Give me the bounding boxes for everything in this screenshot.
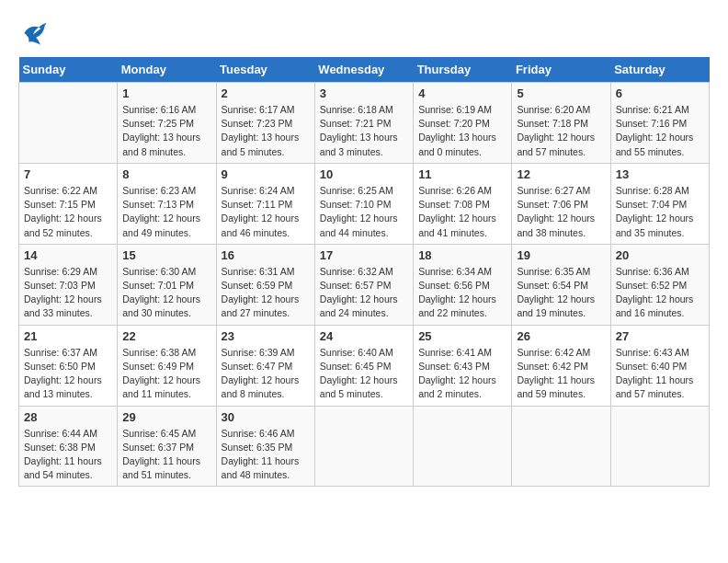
day-info: Sunrise: 6:35 AMSunset: 6:54 PMDaylight:… [517,265,605,321]
day-number: 1 [122,86,210,100]
calendar-cell: 28Sunrise: 6:44 AMSunset: 6:38 PMDayligh… [19,406,118,487]
calendar-cell: 20Sunrise: 6:36 AMSunset: 6:52 PMDayligh… [610,244,709,325]
day-number: 15 [122,248,210,262]
calendar-week-row: 1Sunrise: 6:16 AMSunset: 7:25 PMDaylight… [19,83,710,164]
weekday-header: Sunday [19,57,118,83]
day-info: Sunrise: 6:36 AMSunset: 6:52 PMDaylight:… [616,265,704,321]
calendar-cell [19,83,118,164]
calendar-cell: 16Sunrise: 6:31 AMSunset: 6:59 PMDayligh… [216,244,314,325]
day-info: Sunrise: 6:28 AMSunset: 7:04 PMDaylight:… [616,184,704,240]
day-number: 17 [320,248,408,262]
day-number: 19 [517,248,605,262]
day-info: Sunrise: 6:45 AMSunset: 6:37 PMDaylight:… [122,427,210,483]
day-number: 7 [24,167,112,181]
day-info: Sunrise: 6:23 AMSunset: 7:13 PMDaylight:… [122,184,210,240]
day-info: Sunrise: 6:46 AMSunset: 6:35 PMDaylight:… [222,427,310,483]
calendar-cell: 27Sunrise: 6:43 AMSunset: 6:40 PMDayligh… [610,325,709,406]
calendar-table: SundayMondayTuesdayWednesdayThursdayFrid… [18,57,710,487]
calendar-cell: 29Sunrise: 6:45 AMSunset: 6:37 PMDayligh… [118,406,216,487]
calendar-cell: 11Sunrise: 6:26 AMSunset: 7:08 PMDayligh… [414,163,512,244]
day-number: 16 [222,248,310,262]
calendar-week-row: 28Sunrise: 6:44 AMSunset: 6:38 PMDayligh… [19,406,710,487]
day-info: Sunrise: 6:21 AMSunset: 7:16 PMDaylight:… [616,103,704,159]
day-info: Sunrise: 6:29 AMSunset: 7:03 PMDaylight:… [24,265,112,321]
weekday-header: Saturday [610,57,709,83]
day-number: 26 [517,329,605,343]
calendar-cell: 9Sunrise: 6:24 AMSunset: 7:11 PMDaylight… [216,163,314,244]
calendar-cell [414,406,512,487]
calendar-cell: 14Sunrise: 6:29 AMSunset: 7:03 PMDayligh… [19,244,118,325]
day-number: 10 [320,167,408,181]
day-number: 18 [418,248,506,262]
day-number: 27 [616,329,704,343]
day-info: Sunrise: 6:37 AMSunset: 6:50 PMDaylight:… [24,346,112,402]
calendar-cell: 17Sunrise: 6:32 AMSunset: 6:57 PMDayligh… [314,244,413,325]
logo-icon [18,18,48,48]
day-info: Sunrise: 6:16 AMSunset: 7:25 PMDaylight:… [122,103,210,159]
day-info: Sunrise: 6:25 AMSunset: 7:10 PMDaylight:… [320,184,408,240]
day-number: 6 [616,86,704,100]
calendar-cell: 22Sunrise: 6:38 AMSunset: 6:49 PMDayligh… [118,325,216,406]
calendar-cell [512,406,610,487]
day-info: Sunrise: 6:22 AMSunset: 7:15 PMDaylight:… [24,184,112,240]
day-info: Sunrise: 6:43 AMSunset: 6:40 PMDaylight:… [616,346,704,402]
calendar-cell: 2Sunrise: 6:17 AMSunset: 7:23 PMDaylight… [216,83,314,164]
day-info: Sunrise: 6:42 AMSunset: 6:42 PMDaylight:… [517,346,605,402]
calendar-body: 1Sunrise: 6:16 AMSunset: 7:25 PMDaylight… [19,83,710,487]
day-info: Sunrise: 6:39 AMSunset: 6:47 PMDaylight:… [222,346,310,402]
day-number: 28 [24,410,112,424]
calendar-cell: 13Sunrise: 6:28 AMSunset: 7:04 PMDayligh… [610,163,709,244]
day-number: 12 [517,167,605,181]
calendar-cell: 12Sunrise: 6:27 AMSunset: 7:06 PMDayligh… [512,163,610,244]
calendar-week-row: 14Sunrise: 6:29 AMSunset: 7:03 PMDayligh… [19,244,710,325]
calendar-cell: 10Sunrise: 6:25 AMSunset: 7:10 PMDayligh… [314,163,413,244]
day-number: 8 [122,167,210,181]
calendar-cell: 18Sunrise: 6:34 AMSunset: 6:56 PMDayligh… [414,244,512,325]
day-info: Sunrise: 6:24 AMSunset: 7:11 PMDaylight:… [222,184,310,240]
calendar-week-row: 21Sunrise: 6:37 AMSunset: 6:50 PMDayligh… [19,325,710,406]
day-info: Sunrise: 6:30 AMSunset: 7:01 PMDaylight:… [122,265,210,321]
calendar-cell: 21Sunrise: 6:37 AMSunset: 6:50 PMDayligh… [19,325,118,406]
day-info: Sunrise: 6:41 AMSunset: 6:43 PMDaylight:… [418,346,506,402]
page-header [18,18,710,48]
day-info: Sunrise: 6:44 AMSunset: 6:38 PMDaylight:… [24,427,112,483]
logo [18,18,51,48]
day-number: 30 [222,410,310,424]
day-info: Sunrise: 6:34 AMSunset: 6:56 PMDaylight:… [418,265,506,321]
calendar-cell: 8Sunrise: 6:23 AMSunset: 7:13 PMDaylight… [118,163,216,244]
calendar-cell: 6Sunrise: 6:21 AMSunset: 7:16 PMDaylight… [610,83,709,164]
weekday-header: Monday [118,57,216,83]
calendar-cell: 26Sunrise: 6:42 AMSunset: 6:42 PMDayligh… [512,325,610,406]
day-number: 24 [320,329,408,343]
day-info: Sunrise: 6:38 AMSunset: 6:49 PMDaylight:… [122,346,210,402]
weekday-header: Thursday [414,57,512,83]
calendar-cell: 25Sunrise: 6:41 AMSunset: 6:43 PMDayligh… [414,325,512,406]
calendar-cell: 5Sunrise: 6:20 AMSunset: 7:18 PMDaylight… [512,83,610,164]
day-info: Sunrise: 6:20 AMSunset: 7:18 PMDaylight:… [517,103,605,159]
day-number: 29 [122,410,210,424]
day-number: 3 [320,86,408,100]
calendar-cell: 4Sunrise: 6:19 AMSunset: 7:20 PMDaylight… [414,83,512,164]
calendar-cell [610,406,709,487]
calendar-cell: 7Sunrise: 6:22 AMSunset: 7:15 PMDaylight… [19,163,118,244]
day-number: 25 [418,329,506,343]
day-number: 20 [616,248,704,262]
calendar-cell: 19Sunrise: 6:35 AMSunset: 6:54 PMDayligh… [512,244,610,325]
calendar-header: SundayMondayTuesdayWednesdayThursdayFrid… [19,57,710,83]
day-number: 11 [418,167,506,181]
day-number: 9 [222,167,310,181]
day-info: Sunrise: 6:27 AMSunset: 7:06 PMDaylight:… [517,184,605,240]
day-number: 2 [222,86,310,100]
calendar-cell [314,406,413,487]
day-number: 22 [122,329,210,343]
day-number: 13 [616,167,704,181]
day-number: 14 [24,248,112,262]
header-row: SundayMondayTuesdayWednesdayThursdayFrid… [19,57,710,83]
day-number: 5 [517,86,605,100]
calendar-cell: 1Sunrise: 6:16 AMSunset: 7:25 PMDaylight… [118,83,216,164]
day-number: 23 [222,329,310,343]
calendar-cell: 3Sunrise: 6:18 AMSunset: 7:21 PMDaylight… [314,83,413,164]
day-info: Sunrise: 6:31 AMSunset: 6:59 PMDaylight:… [222,265,310,321]
day-number: 4 [418,86,506,100]
day-info: Sunrise: 6:40 AMSunset: 6:45 PMDaylight:… [320,346,408,402]
